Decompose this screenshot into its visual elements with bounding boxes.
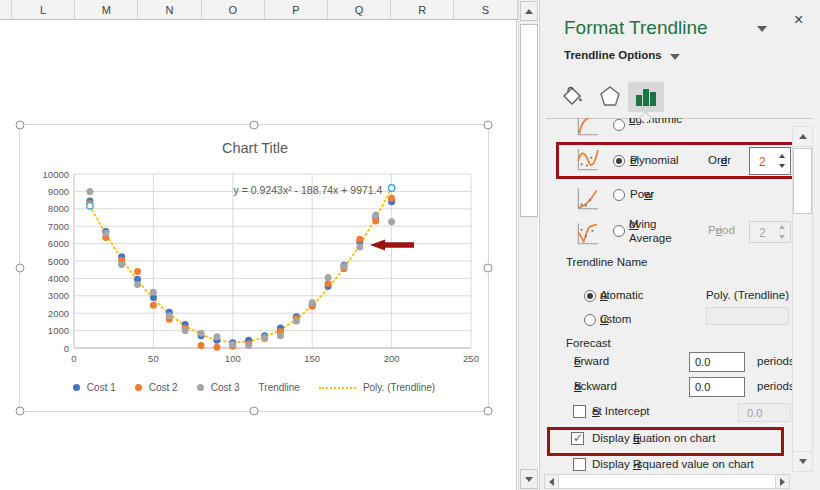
chart-resize-handle[interactable]	[250, 407, 259, 416]
tab-effects[interactable]	[595, 82, 625, 112]
x-tick-label: 250	[463, 353, 479, 364]
scroll-left-icon[interactable]	[544, 474, 559, 489]
scroll-down-icon[interactable]	[520, 469, 538, 489]
power-label[interactable]: Power	[630, 188, 654, 200]
pane-close-icon[interactable]: ×	[794, 12, 803, 28]
chart-resize-handle[interactable]	[16, 407, 25, 416]
display-equation-label[interactable]: Display Equation on chart	[592, 432, 715, 444]
x-tick-label: 50	[148, 353, 159, 364]
excel-window: L M N O P Q R S 010002000300040005000600…	[0, 0, 820, 490]
column-header-R[interactable]: R	[391, 0, 454, 19]
chart-object[interactable]: 0100020003000400050006000700080009000100…	[19, 124, 489, 412]
data-point-cost-3	[245, 342, 252, 349]
display-r-squared-checkbox[interactable]	[573, 458, 586, 471]
legend-marker-dot	[135, 384, 142, 391]
y-tick-label: 8000	[48, 203, 69, 214]
legend-item[interactable]: Cost 1	[73, 382, 116, 393]
logarithmic-radio[interactable]	[613, 119, 625, 131]
data-point-cost-3	[166, 312, 173, 319]
pane-hscrollbar-thumb[interactable]	[559, 474, 775, 489]
scroll-right-icon[interactable]	[775, 474, 790, 489]
data-point-cost-2	[213, 344, 220, 351]
column-header-partial[interactable]	[0, 0, 12, 19]
data-point-cost-3	[182, 327, 189, 334]
trendline-endpoint-marker	[388, 185, 394, 191]
set-intercept-checkbox[interactable]	[573, 405, 586, 418]
data-point-cost-3	[102, 230, 109, 237]
pentagon-icon	[598, 84, 622, 110]
chart-resize-handle[interactable]	[484, 407, 493, 416]
trendline-options-heading[interactable]: Trendline Options	[564, 49, 662, 61]
data-point-cost-3	[134, 281, 141, 288]
legend-item[interactable]: Cost 2	[135, 382, 178, 393]
polynomial-radio[interactable]	[613, 155, 625, 167]
order-value[interactable]: 2	[759, 155, 766, 169]
display-equation-checkbox[interactable]	[571, 432, 584, 445]
scroll-down-icon[interactable]	[793, 451, 812, 471]
automatic-radio[interactable]	[584, 290, 596, 302]
automatic-label[interactable]: Automatic	[600, 289, 643, 301]
moving-average-radio[interactable]	[613, 225, 625, 237]
y-tick-label: 0	[64, 343, 69, 354]
column-header-M[interactable]: M	[75, 0, 138, 19]
scroll-up-icon[interactable]	[520, 1, 538, 21]
chart-resize-handle[interactable]	[484, 121, 493, 130]
legend-item[interactable]: Poly. (Trendline)	[319, 382, 435, 393]
spin-down-icon[interactable]	[779, 164, 785, 168]
data-point-cost-2	[150, 302, 157, 309]
period-label: Period	[708, 224, 735, 236]
moving-average-label-line1[interactable]: Moving	[629, 218, 657, 230]
x-tick-label: 0	[71, 353, 76, 364]
data-point-cost-2	[198, 342, 205, 349]
order-spinner[interactable]: 2	[749, 147, 791, 175]
sheet-scrollbar-thumb[interactable]	[520, 24, 538, 217]
period-value: 2	[759, 226, 766, 240]
automatic-name-value: Poly. (Trendline)	[640, 289, 789, 301]
legend-item[interactable]: Cost 3	[197, 382, 240, 393]
sheet-vertical-scrollbar[interactable]	[518, 0, 538, 490]
spin-up-icon[interactable]	[779, 154, 785, 158]
bar-chart-icon	[634, 84, 658, 110]
chart-resize-handle[interactable]	[16, 121, 25, 130]
legend-label: Trendline	[259, 382, 300, 393]
custom-radio[interactable]	[584, 314, 596, 326]
column-header-N[interactable]: N	[138, 0, 201, 19]
chart-resize-handle[interactable]	[484, 264, 493, 273]
display-r-squared-label[interactable]: Display R-squared value on chart	[592, 458, 754, 470]
chart-resize-handle[interactable]	[250, 121, 259, 130]
intercept-value-input: 0.0	[738, 403, 791, 422]
set-intercept-label[interactable]: Set Intercept	[592, 405, 650, 417]
paint-bucket-icon	[560, 84, 584, 110]
chart-legend: Cost 1Cost 2Cost 3TrendlinePoly. (Trendl…	[20, 382, 488, 393]
moving-average-label-line2[interactable]: Average	[629, 232, 672, 244]
y-tick-label: 4000	[48, 273, 69, 284]
column-header-Q[interactable]: Q	[328, 0, 391, 19]
column-header-O[interactable]: O	[202, 0, 265, 19]
column-header-L[interactable]: L	[12, 0, 75, 19]
scroll-up-icon[interactable]	[793, 127, 812, 147]
pane-horizontal-scrollbar[interactable]	[544, 474, 790, 489]
legend-item[interactable]: Trendline	[259, 382, 300, 393]
column-header-P[interactable]: P	[265, 0, 328, 19]
forward-input[interactable]	[689, 352, 745, 372]
chart-resize-handle[interactable]	[16, 264, 25, 273]
chart-title: Chart Title	[222, 140, 288, 156]
data-point-cost-3	[86, 188, 93, 195]
pane-menu-chevron-icon[interactable]	[757, 26, 767, 32]
backward-input[interactable]	[689, 377, 745, 397]
custom-label[interactable]: Custom	[600, 313, 631, 325]
data-point-cost-2	[325, 280, 332, 287]
power-radio[interactable]	[613, 189, 625, 201]
forward-periods-label: periods	[757, 355, 792, 367]
pane-scrollbar-thumb[interactable]	[793, 148, 812, 214]
tab-fill-line[interactable]	[557, 82, 587, 112]
polynomial-label[interactable]: Polynomial	[630, 154, 679, 166]
data-point-cost-2	[134, 268, 141, 275]
chart-plot[interactable]: 0100020003000400050006000700080009000100…	[20, 125, 490, 413]
legend-marker-dot	[73, 384, 80, 391]
options-chevron-icon[interactable]	[670, 54, 680, 60]
column-header-S[interactable]: S	[454, 0, 517, 19]
logarithmic-label[interactable]: Logarithmic	[629, 118, 682, 125]
tab-trendline-options[interactable]	[628, 82, 664, 112]
pane-vertical-scrollbar[interactable]	[792, 126, 813, 472]
